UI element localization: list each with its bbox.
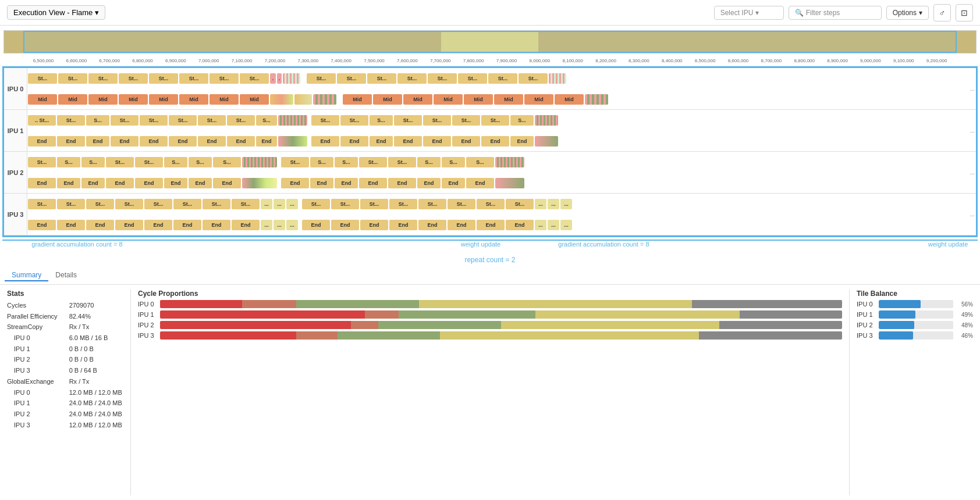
flame-block[interactable]: St... (394, 115, 422, 126)
flame-block[interactable]: End (466, 178, 494, 188)
flame-block[interactable]: St... (227, 115, 255, 126)
flame-block[interactable]: Mid (555, 94, 584, 105)
flame-block[interactable]: End (232, 220, 260, 230)
flame-block[interactable]: ... (560, 199, 572, 209)
ipu-content-3[interactable]: St... St... St... St... St... St... St..… (27, 194, 969, 235)
flame-block[interactable]: St... (281, 157, 309, 167)
flame-block[interactable]: St... (477, 199, 505, 209)
flame-block[interactable]: St... (418, 199, 446, 209)
options-button[interactable]: Options ▾ (886, 6, 929, 20)
flame-block[interactable]: ... (274, 220, 285, 230)
flame-block[interactable]: End (86, 220, 114, 230)
flame-block[interactable]: End (370, 136, 393, 147)
flame-block[interactable]: End (57, 220, 85, 230)
flame-block[interactable]: Mid (210, 94, 239, 105)
flame-block[interactable]: St... (428, 73, 457, 84)
tab-summary[interactable]: Summary (5, 270, 48, 281)
flame-block[interactable]: Mid (464, 94, 493, 105)
flame-block[interactable]: St... (481, 115, 509, 126)
flame-block[interactable]: St... (86, 199, 114, 209)
flame-block[interactable]: End (510, 136, 534, 147)
flame-block[interactable]: End (164, 178, 187, 188)
flame-block[interactable]: End (418, 220, 446, 230)
flame-block[interactable]: End (310, 178, 333, 188)
flame-block[interactable]: Mid (58, 94, 87, 105)
flame-block[interactable]: End (81, 178, 105, 188)
flame-block[interactable]: St... (389, 199, 417, 209)
flame-block[interactable]: S... (256, 115, 277, 126)
flame-block[interactable]: .. St... (28, 115, 56, 126)
flame-block[interactable]: End (452, 136, 480, 147)
flame-block[interactable]: St... (311, 115, 339, 126)
flame-block[interactable]: S... (510, 115, 534, 126)
flame-block[interactable]: St... (448, 199, 475, 209)
tab-details[interactable]: Details (48, 270, 84, 281)
flame-block[interactable]: St... (58, 73, 87, 84)
flame-block[interactable]: End (506, 220, 534, 230)
camera-icon-button[interactable]: ⊡ (956, 4, 973, 22)
flame-block[interactable]: End (213, 178, 241, 188)
flame-block[interactable]: St... (115, 199, 143, 209)
flame-block[interactable]: End (173, 220, 201, 230)
flame-block[interactable]: St... (423, 115, 451, 126)
flame-block[interactable]: Mid (179, 94, 208, 105)
flame-block[interactable]: S... (442, 157, 465, 167)
flame-block[interactable]: End (57, 136, 85, 147)
flame-block[interactable]: End (481, 136, 509, 147)
flame-block[interactable]: S... (213, 157, 241, 167)
flame-block[interactable]: End (57, 178, 80, 188)
flame-block[interactable]: St... (179, 73, 208, 84)
flame-block[interactable]: ... (261, 199, 272, 209)
flame-block[interactable]: S... (164, 157, 187, 167)
flame-block[interactable]: End (340, 136, 368, 147)
flame-block[interactable]: St... (302, 199, 330, 209)
flame-block[interactable]: End (203, 220, 230, 230)
flame-block[interactable]: . (270, 73, 276, 84)
flame-block[interactable]: End (256, 136, 277, 147)
flame-block[interactable]: ... (548, 220, 559, 230)
flame-block[interactable]: St... (397, 73, 427, 84)
flame-block[interactable]: St... (232, 199, 260, 209)
flame-block[interactable]: ... (560, 220, 572, 230)
flame-block[interactable]: End (227, 136, 255, 147)
select-ipu-dropdown[interactable]: Select IPU ▾ (714, 6, 784, 20)
flame-block[interactable]: End (106, 178, 134, 188)
ipu-content-0[interactable]: St... St... St... St... St... St... St..… (27, 68, 969, 109)
flame-block[interactable]: End (335, 178, 358, 188)
flame-block[interactable]: St... (144, 199, 172, 209)
flame-block[interactable]: End (442, 178, 465, 188)
flame-block[interactable]: Mid (149, 94, 178, 105)
flame-block[interactable]: End (169, 136, 197, 147)
flame-block[interactable]: Mid (343, 94, 372, 105)
flame-block[interactable]: Mid (119, 94, 148, 105)
flame-block[interactable]: Mid (28, 94, 57, 105)
flame-block[interactable]: St... (337, 73, 366, 84)
flame-block[interactable]: S... (335, 157, 358, 167)
flame-block[interactable]: Mid (88, 94, 118, 105)
flame-block[interactable]: St... (240, 73, 269, 84)
flame-block[interactable]: End (140, 136, 168, 147)
flame-block[interactable]: St... (111, 115, 139, 126)
flame-block[interactable]: End (448, 220, 475, 230)
flame-block[interactable]: End (86, 136, 109, 147)
flame-block[interactable]: S... (417, 157, 441, 167)
flame-block[interactable]: ... (274, 199, 285, 209)
flame-block[interactable]: ... (535, 220, 546, 230)
flame-block[interactable]: St... (458, 73, 487, 84)
flame-block[interactable]: Mid (403, 94, 432, 105)
flame-block[interactable]: St... (119, 73, 148, 84)
flame-block[interactable]: Mid (434, 94, 463, 105)
flame-block[interactable]: End (360, 220, 388, 230)
flame-block[interactable]: End (389, 220, 417, 230)
flame-block[interactable]: St... (57, 199, 85, 209)
flame-block[interactable]: End (281, 178, 309, 188)
flame-block[interactable]: S... (466, 157, 494, 167)
flame-block[interactable]: St... (135, 157, 163, 167)
flame-block[interactable]: End (302, 220, 330, 230)
flame-block[interactable]: St... (28, 157, 56, 167)
flame-block[interactable]: St... (360, 199, 388, 209)
flame-block[interactable]: St... (210, 73, 239, 84)
flame-block[interactable]: S... (81, 157, 105, 167)
ipu-content-2[interactable]: St... S... S... St... St... S... S... S.… (27, 152, 969, 193)
flame-block[interactable]: S... (310, 157, 333, 167)
